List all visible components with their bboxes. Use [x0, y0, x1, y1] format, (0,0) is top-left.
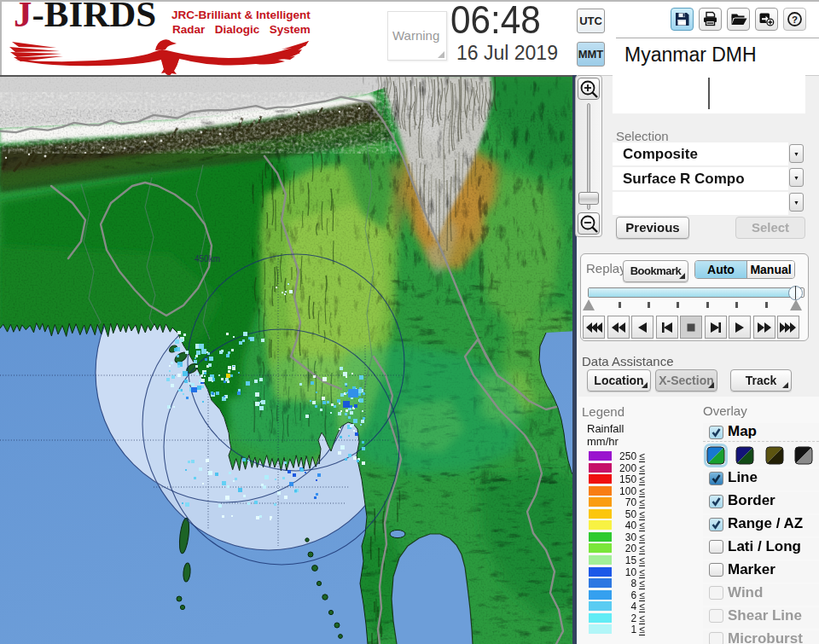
svg-text:450km: 450km [195, 254, 220, 264]
svg-text:?: ? [792, 15, 798, 25]
